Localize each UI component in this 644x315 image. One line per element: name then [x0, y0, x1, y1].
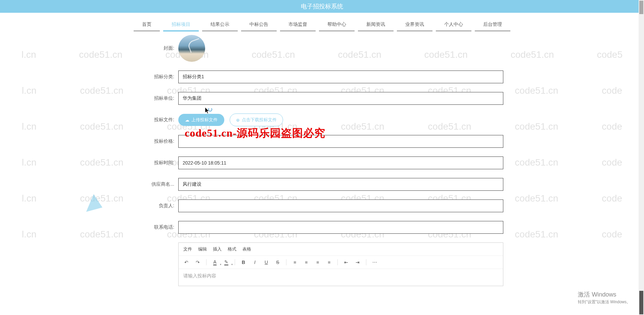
input-time[interactable]: [178, 156, 503, 169]
menu-file[interactable]: 文件: [183, 246, 192, 252]
windows-line1: 激活 Windows: [578, 290, 631, 299]
italic-icon[interactable]: I: [250, 258, 259, 267]
nav-bar: 首页 招标项目 结果公示 中标公告 市场监督 帮助中心 新闻资讯 业界资讯 个人…: [0, 13, 644, 32]
windows-line2: 转到"设置"以激活 Windows。: [578, 299, 631, 304]
main-content: 封面: 招标分类: 招标单位: 投标文件: 上传投标文件 点击下载投标文件: [137, 32, 507, 304]
menu-insert[interactable]: 插入: [213, 246, 222, 252]
strikethrough-icon[interactable]: S: [273, 258, 282, 267]
header-bar: 电子招投标系统: [0, 0, 644, 13]
page-scrollbar[interactable]: [639, 0, 644, 304]
nav-help-center[interactable]: 帮助中心: [319, 19, 355, 32]
download-icon: [236, 118, 240, 123]
row-manager: 负责人:: [137, 199, 503, 212]
label-time: 投标时间:: [137, 160, 174, 166]
separator: [286, 259, 286, 265]
nav-bidding-project[interactable]: 招标项目: [163, 19, 199, 32]
nav-industry-news[interactable]: 业界资讯: [397, 19, 432, 32]
menu-format[interactable]: 格式: [228, 246, 236, 252]
nav-personal-center[interactable]: 个人中心: [436, 19, 471, 32]
row-cover: 封面:: [137, 35, 503, 62]
row-bidfile: 投标文件: 上传投标文件 点击下载投标文件: [137, 114, 503, 126]
highlight-icon[interactable]: ✎▾: [222, 258, 231, 267]
input-unit[interactable]: [178, 92, 503, 105]
label-price: 投标价格:: [137, 138, 174, 144]
row-supplier: 供应商名...: [137, 178, 503, 191]
nav-winning-notice[interactable]: 中标公告: [241, 19, 277, 32]
bold-icon[interactable]: B: [239, 258, 248, 267]
align-center-icon[interactable]: ≡: [302, 258, 311, 267]
indent-icon[interactable]: ⇥: [353, 258, 362, 267]
label-supplier: 供应商名...: [137, 181, 174, 187]
nav-news[interactable]: 新闻资讯: [358, 19, 394, 32]
download-button[interactable]: 点击下载投标文件: [230, 114, 283, 126]
menu-table[interactable]: 表格: [242, 246, 251, 252]
nav-backend[interactable]: 后台管理: [475, 19, 510, 32]
nav-home[interactable]: 首页: [134, 19, 160, 32]
upload-button-label: 上传投标文件: [191, 117, 218, 123]
row-category: 招标分类:: [137, 71, 503, 83]
redo-icon[interactable]: ↷: [193, 258, 202, 267]
rich-text-editor: 文件 编辑 插入 格式 表格 ↶ ↷ A▾ ✎▾ B I U S: [178, 242, 503, 286]
label-bidfile: 投标文件:: [137, 117, 174, 123]
outdent-icon[interactable]: ⇤: [342, 258, 351, 267]
nav-result-publicity[interactable]: 结果公示: [202, 19, 238, 32]
nav-market-supervision[interactable]: 市场监督: [280, 19, 316, 32]
label-manager: 负责人:: [137, 203, 174, 209]
upload-button[interactable]: 上传投标文件: [178, 114, 224, 126]
label-category: 招标分类:: [137, 74, 174, 80]
input-supplier[interactable]: [178, 178, 503, 191]
editor-menubar: 文件 编辑 插入 格式 表格: [179, 243, 503, 256]
editor-toolbar: ↶ ↷ A▾ ✎▾ B I U S ≡ ≡ ≡ ≡ ⇤: [179, 256, 503, 269]
menu-edit[interactable]: 编辑: [198, 246, 207, 252]
download-button-label: 点击下载投标文件: [242, 117, 277, 123]
undo-icon[interactable]: ↶: [182, 258, 191, 267]
form-scroll[interactable]: 封面: 招标分类: 招标单位: 投标文件: 上传投标文件 点击下载投标文件: [137, 35, 507, 290]
separator: [337, 259, 338, 265]
separator: [206, 259, 206, 265]
row-unit: 招标单位:: [137, 92, 503, 105]
text-color-icon[interactable]: A▾: [211, 258, 219, 267]
cloud-upload-icon: [185, 118, 189, 123]
underline-icon[interactable]: U: [262, 258, 271, 267]
separator: [366, 259, 366, 265]
app-title: 电子招投标系统: [301, 2, 343, 10]
more-icon[interactable]: ⋯: [370, 258, 379, 267]
red-watermark-text: code51.cn-源码乐园盗图必究: [185, 126, 325, 141]
row-editor: 文件 编辑 插入 格式 表格 ↶ ↷ A▾ ✎▾ B I U S: [137, 242, 503, 286]
blue-triangle-decoration: [82, 193, 102, 212]
windows-activation-notice: 激活 Windows 转到"设置"以激活 Windows。: [578, 290, 631, 304]
scrollbar-thumb-top[interactable]: [639, 1, 643, 14]
row-phone: 联系电话:: [137, 221, 503, 234]
cover-image[interactable]: [178, 35, 205, 62]
input-manager[interactable]: [178, 199, 503, 212]
label-cover: 封面:: [137, 45, 174, 51]
row-time: 投标时间:: [137, 156, 503, 169]
align-right-icon[interactable]: ≡: [313, 258, 322, 267]
align-left-icon[interactable]: ≡: [290, 258, 299, 267]
editor-content[interactable]: 请输入投标内容: [179, 269, 503, 286]
input-phone[interactable]: [178, 221, 503, 234]
input-category[interactable]: [178, 71, 503, 83]
scrollbar-thumb-bottom[interactable]: [639, 291, 643, 304]
align-justify-icon[interactable]: ≡: [325, 258, 333, 267]
separator: [235, 259, 235, 265]
label-unit: 招标单位:: [137, 95, 174, 101]
label-phone: 联系电话:: [137, 224, 174, 230]
